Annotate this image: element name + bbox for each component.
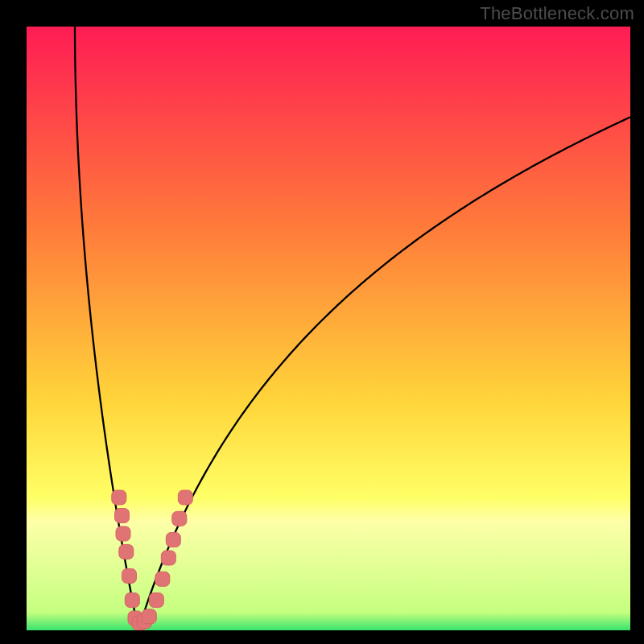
marker xyxy=(115,509,130,523)
marker xyxy=(178,490,192,505)
marker xyxy=(116,526,130,541)
chart-frame: TheBottleneck.com xyxy=(0,0,644,644)
marker xyxy=(172,511,187,526)
marker xyxy=(149,593,163,608)
marker xyxy=(166,533,180,547)
watermark-text: TheBottleneck.com xyxy=(480,3,634,24)
marker xyxy=(125,593,139,608)
chart-svg xyxy=(27,27,630,630)
plot-area xyxy=(27,27,630,630)
marker xyxy=(161,551,175,565)
marker xyxy=(122,569,137,584)
marker xyxy=(155,572,170,586)
marker xyxy=(119,545,134,559)
marker xyxy=(142,609,156,624)
marker xyxy=(112,490,126,505)
